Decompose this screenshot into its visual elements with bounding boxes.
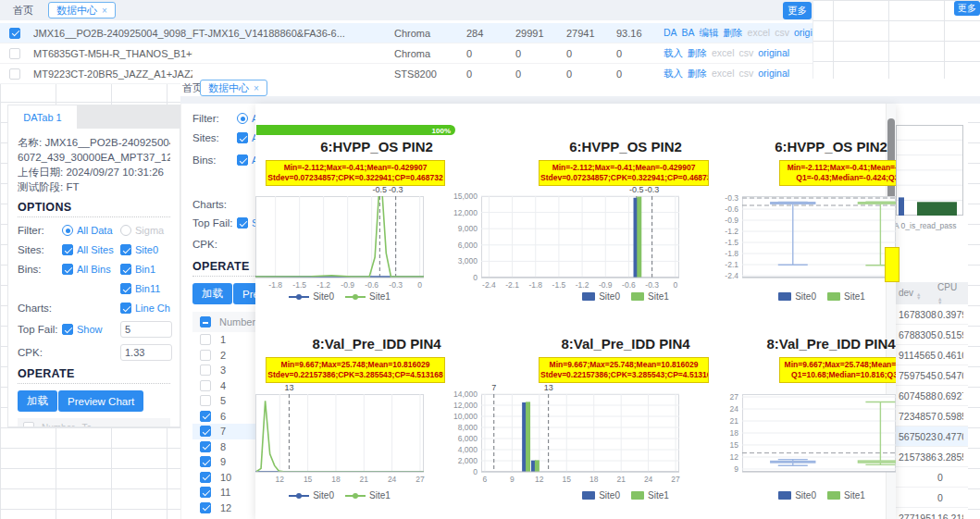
- tab-home[interactable]: 首页: [6, 4, 41, 18]
- row-checkbox-cell: [0, 28, 33, 39]
- number-column-header[interactable]: Number: [219, 316, 255, 327]
- table-row[interactable]: 67883050.5159: [891, 325, 968, 345]
- filter-row: Filter: All Data Sigma: [18, 224, 170, 237]
- table-row[interactable]: 21573863.2855: [891, 447, 968, 467]
- cpu-column-header[interactable]: CPU ▲▼: [937, 282, 963, 304]
- header-checkbox[interactable]: [200, 316, 211, 327]
- legend-item[interactable]: Site0: [778, 490, 816, 500]
- row-checkbox[interactable]: [200, 502, 211, 513]
- svg-text:3,000: 3,000: [458, 256, 478, 266]
- table-row[interactable]: 277195116.218: [891, 508, 968, 519]
- more-button[interactable]: 更多: [954, 1, 980, 16]
- cpk-input[interactable]: [120, 344, 172, 361]
- legend-item[interactable]: Site1: [345, 291, 391, 302]
- table-row[interactable]: JMX16__PO2B-240925004_9098_FT_20...FT-JM…: [0, 23, 813, 43]
- stdev-value: 2771951: [891, 513, 937, 519]
- legend-item[interactable]: Site1: [631, 490, 669, 500]
- all-bins-label: All Bins: [77, 264, 111, 275]
- row-checkbox[interactable]: [200, 395, 211, 406]
- action-link[interactable]: original: [758, 47, 789, 60]
- action-link[interactable]: csv: [739, 47, 754, 60]
- close-icon[interactable]: ×: [102, 6, 107, 16]
- action-link[interactable]: excel: [748, 27, 771, 40]
- row-checkbox[interactable]: [200, 380, 211, 391]
- row-checkbox[interactable]: [9, 48, 20, 59]
- sort-icon[interactable]: ▲▼: [937, 297, 942, 304]
- row-checkbox[interactable]: [200, 456, 211, 467]
- table-row[interactable]: 16783080.3979: [891, 304, 968, 325]
- row-checkbox[interactable]: [200, 334, 211, 345]
- action-link[interactable]: csv: [775, 27, 789, 40]
- header-checkbox[interactable]: [23, 422, 34, 427]
- action-link[interactable]: 删除: [724, 27, 743, 40]
- legend-item[interactable]: Site0: [778, 291, 816, 302]
- table-row[interactable]: 56750230.4770: [891, 426, 968, 447]
- checkbox-all-sites[interactable]: [62, 244, 73, 255]
- legend-item[interactable]: Site1: [827, 291, 865, 302]
- checkbox-all-bins[interactable]: [62, 264, 73, 275]
- table-row[interactable]: 72348570.5985: [891, 406, 968, 426]
- legend-item[interactable]: Site1: [631, 291, 669, 302]
- load-button[interactable]: 加载: [18, 390, 57, 412]
- row-checkbox[interactable]: [200, 426, 211, 437]
- action-link[interactable]: DA: [664, 27, 677, 40]
- row-checkbox[interactable]: [200, 350, 211, 361]
- checkbox-all-bins[interactable]: [237, 154, 248, 166]
- table-row[interactable]: 60745880.6927: [891, 386, 968, 406]
- legend-item[interactable]: Site0: [289, 291, 334, 302]
- sort-icon[interactable]: ▲▼: [916, 292, 921, 300]
- svg-text:21: 21: [360, 475, 369, 484]
- row-checkbox[interactable]: [9, 28, 20, 39]
- stdev-column-header[interactable]: dev ▲▼: [891, 288, 937, 300]
- checkbox-show[interactable]: [237, 217, 248, 229]
- row-checkbox[interactable]: [200, 472, 211, 483]
- cell-n2: 29991: [515, 28, 566, 39]
- checkbox-show[interactable]: [62, 324, 73, 335]
- svg-text:6: 6: [483, 475, 488, 484]
- radio-all-data[interactable]: [62, 225, 73, 236]
- action-link[interactable]: original: [794, 27, 813, 40]
- legend-item[interactable]: Site0: [289, 490, 334, 500]
- action-link[interactable]: BA: [682, 27, 695, 40]
- table-row[interactable]: 0: [891, 488, 968, 508]
- cpk-label: CPK:: [192, 239, 237, 250]
- action-link[interactable]: excel: [712, 47, 735, 60]
- legend-square-icon: [582, 491, 595, 500]
- checkbox-site0[interactable]: [120, 244, 131, 255]
- table-row[interactable]: 0: [891, 467, 968, 488]
- row-checkbox[interactable]: [9, 68, 20, 80]
- load-button[interactable]: 加载: [192, 283, 232, 304]
- close-icon[interactable]: ×: [254, 83, 259, 93]
- table-row[interactable]: 75975450.5470: [891, 365, 968, 386]
- action-link[interactable]: 载入: [664, 47, 683, 60]
- table-row[interactable]: MT6835GT-M5H-R_THANOS_B1+QMG1...Chroma00…: [0, 43, 813, 64]
- row-checkbox[interactable]: [200, 441, 211, 452]
- table-row[interactable]: 91145650.4610: [891, 345, 968, 365]
- action-link[interactable]: 编辑: [700, 27, 719, 40]
- radio-sigma[interactable]: [120, 225, 131, 236]
- checkbox-all-sites[interactable]: [237, 132, 248, 143]
- row-checkbox[interactable]: [200, 365, 211, 376]
- checkbox-bin1[interactable]: [120, 264, 131, 275]
- action-link[interactable]: 删除: [688, 47, 707, 60]
- checkbox-line-chart[interactable]: [120, 303, 131, 314]
- preview-chart-button[interactable]: Preview Chart: [58, 390, 143, 412]
- cell-n3: 0: [566, 48, 616, 59]
- bins-label: Bins:: [192, 154, 237, 166]
- header-strip: [180, 96, 980, 104]
- top-fail-input[interactable]: [120, 321, 172, 338]
- checkbox-bin11[interactable]: [120, 283, 131, 294]
- legend-item[interactable]: Site0: [582, 490, 620, 500]
- legend-item[interactable]: Site1: [827, 490, 865, 500]
- chart-plot: -2.4-2.1-1.8-1.5-1.2-0.9-0.6-0.3003,0006…: [450, 184, 687, 290]
- legend-item[interactable]: Site1: [345, 490, 391, 500]
- radio-all-data[interactable]: [237, 113, 248, 124]
- tab-data-center[interactable]: 数据中心 ×: [48, 2, 116, 19]
- row-checkbox[interactable]: [200, 411, 211, 422]
- row-checkbox[interactable]: [200, 487, 211, 498]
- more-button[interactable]: 更多: [783, 2, 812, 19]
- tab-dat ab-1[interactable]: DATab 1: [8, 105, 77, 129]
- tab-data-center[interactable]: 数据中心 ×: [200, 80, 267, 96]
- legend-item[interactable]: Site0: [582, 291, 620, 302]
- bar-chart-x-label: A 0_is_read_pass: [894, 221, 957, 230]
